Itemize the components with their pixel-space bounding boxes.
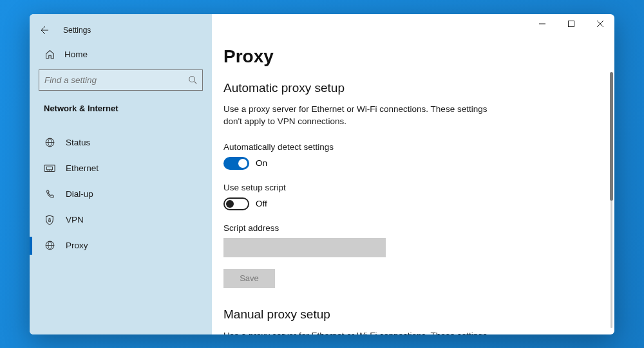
ethernet-icon — [44, 163, 55, 174]
titlebar-left: Settings — [30, 18, 212, 40]
globe-icon — [44, 137, 55, 149]
svg-point-0 — [189, 77, 195, 82]
maximize-button[interactable] — [556, 14, 585, 33]
manual-proxy-heading: Manual proxy setup — [223, 307, 614, 322]
save-button-label: Save — [240, 273, 259, 283]
usescript-state: Off — [256, 199, 267, 208]
window-controls — [527, 14, 614, 33]
sidebar-home[interactable]: Home — [30, 40, 212, 69]
usescript-label: Use setup script — [223, 183, 614, 192]
autodetect-label: Automatically detect settings — [223, 142, 614, 152]
sidebar-item-label: Ethernet — [66, 163, 99, 173]
autodetect-toggle[interactable] — [223, 157, 249, 170]
page-title: Proxy — [223, 46, 614, 67]
main-area: Proxy Automatic proxy setup Use a proxy … — [212, 14, 614, 334]
script-address-label: Script address — [223, 223, 614, 233]
sidebar-item-label: Proxy — [66, 241, 88, 250]
sidebar-item-label: Status — [66, 138, 90, 147]
script-address-input — [223, 238, 386, 257]
svg-rect-6 — [568, 21, 574, 26]
usescript-toggle-row: Off — [223, 197, 614, 210]
sidebar-nav: Status Ethernet Dial-up VPN — [30, 130, 212, 259]
search-wrap — [39, 69, 203, 91]
sidebar: Settings Home Network & Internet Stat — [30, 14, 212, 334]
search-box[interactable] — [39, 69, 203, 91]
sidebar-item-vpn[interactable]: VPN — [30, 207, 212, 233]
autodetect-toggle-row: On — [223, 157, 614, 170]
sidebar-item-label: Dial-up — [66, 189, 93, 199]
home-label: Home — [64, 50, 88, 59]
sidebar-item-dialup[interactable]: Dial-up — [30, 181, 212, 207]
sidebar-item-proxy[interactable]: Proxy — [30, 233, 212, 259]
settings-window: Settings Home Network & Internet Stat — [30, 14, 614, 334]
svg-point-4 — [49, 218, 51, 220]
manual-proxy-description: Use a proxy server for Ethernet or Wi-Fi… — [223, 329, 494, 334]
svg-rect-3 — [47, 167, 53, 170]
usescript-toggle[interactable] — [223, 197, 249, 210]
save-button: Save — [223, 269, 275, 288]
shield-icon — [44, 214, 55, 226]
sidebar-item-label: VPN — [66, 215, 84, 224]
back-arrow-icon[interactable] — [39, 25, 49, 35]
proxy-icon — [44, 240, 55, 252]
minimize-button[interactable] — [527, 14, 556, 33]
sidebar-item-ethernet[interactable]: Ethernet — [30, 156, 212, 181]
app-title: Settings — [63, 26, 91, 35]
search-icon — [188, 75, 197, 84]
phone-icon — [44, 188, 55, 200]
content: Proxy Automatic proxy setup Use a proxy … — [212, 14, 614, 334]
close-button[interactable] — [585, 14, 614, 33]
home-icon — [44, 49, 55, 60]
search-input[interactable] — [44, 75, 188, 85]
autodetect-state: On — [256, 158, 267, 168]
auto-proxy-description: Use a proxy server for Ethernet or Wi-Fi… — [223, 103, 494, 128]
sidebar-section-name: Network & Internet — [30, 101, 212, 120]
auto-proxy-heading: Automatic proxy setup — [223, 81, 614, 95]
sidebar-item-status[interactable]: Status — [30, 130, 212, 156]
scrollbar-thumb[interactable] — [610, 72, 613, 201]
